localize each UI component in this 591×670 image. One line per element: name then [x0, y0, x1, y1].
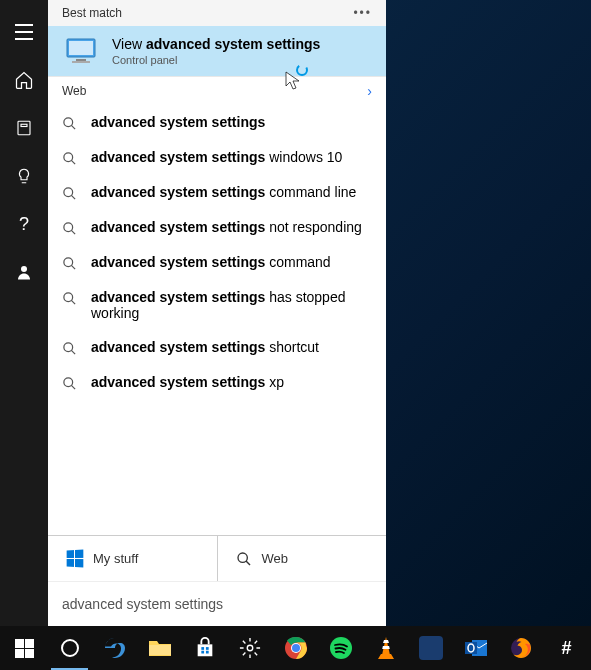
svg-point-12: [64, 188, 73, 197]
search-icon: [62, 376, 77, 391]
vlc-icon: [375, 636, 397, 660]
home-button[interactable]: [0, 56, 48, 104]
recent-icon: [15, 119, 33, 137]
svg-rect-26: [202, 647, 205, 650]
svg-rect-4: [69, 41, 93, 55]
question-icon: ?: [19, 214, 29, 235]
best-match-result[interactable]: View advanced system settings Control pa…: [48, 26, 386, 76]
search-icon: [62, 341, 77, 356]
web-result[interactable]: advanced system settings shortcut: [48, 330, 386, 365]
edge-icon: [103, 636, 127, 660]
cortana-button[interactable]: [47, 626, 92, 670]
svg-point-20: [64, 343, 73, 352]
account-button[interactable]: [0, 248, 48, 296]
svg-rect-28: [202, 651, 205, 654]
search-icon: [62, 256, 77, 271]
search-icon: [62, 221, 77, 236]
tips-button[interactable]: [0, 152, 48, 200]
outlook-button[interactable]: [454, 626, 499, 670]
web-header: Web ›: [48, 76, 386, 105]
recent-button[interactable]: [0, 104, 48, 152]
svg-point-24: [238, 553, 247, 562]
windows-icon: [15, 639, 34, 658]
gear-icon: [239, 637, 261, 659]
taskbar: #: [0, 626, 591, 670]
chrome-icon: [284, 636, 308, 660]
svg-line-19: [71, 300, 75, 304]
svg-line-9: [71, 125, 75, 129]
vlc-button[interactable]: [363, 626, 408, 670]
spotify-button[interactable]: [318, 626, 363, 670]
settings-button[interactable]: [228, 626, 273, 670]
scope-tabs: My stuff Web: [48, 535, 386, 581]
chrome-button[interactable]: [273, 626, 318, 670]
svg-point-16: [64, 258, 73, 267]
firefox-icon: [509, 636, 533, 660]
web-result[interactable]: advanced system settings xp: [48, 365, 386, 400]
best-match-header: Best match •••: [48, 0, 386, 26]
file-explorer-button[interactable]: [137, 626, 182, 670]
search-icon: [62, 291, 77, 306]
svg-line-23: [71, 385, 75, 389]
spotify-icon: [329, 636, 353, 660]
web-result[interactable]: advanced system settings has stopped wor…: [48, 280, 386, 330]
tab-my-stuff[interactable]: My stuff: [48, 536, 218, 581]
svg-rect-27: [206, 647, 209, 650]
svg-rect-29: [206, 651, 209, 654]
search-sidebar: ?: [0, 0, 48, 626]
svg-point-14: [64, 223, 73, 232]
web-result[interactable]: advanced system settings windows 10: [48, 140, 386, 175]
firefox-button[interactable]: [499, 626, 544, 670]
svg-point-2: [21, 266, 27, 272]
svg-point-22: [64, 378, 73, 387]
menu-button[interactable]: [0, 8, 48, 56]
store-button[interactable]: [183, 626, 228, 670]
monitor-icon: [62, 37, 100, 65]
help-button[interactable]: ?: [0, 200, 48, 248]
search-input[interactable]: advanced system settings: [48, 581, 386, 626]
best-match-text: View advanced system settings Control pa…: [112, 36, 372, 66]
svg-line-25: [246, 561, 250, 565]
web-label: Web: [62, 84, 86, 98]
hash-icon: #: [561, 638, 571, 659]
lightbulb-icon: [15, 166, 33, 186]
search-panel: Best match ••• View advanced system sett…: [48, 0, 386, 626]
person-icon: [15, 263, 33, 281]
app-button-1[interactable]: [408, 626, 453, 670]
svg-point-10: [64, 153, 73, 162]
svg-line-13: [71, 195, 75, 199]
svg-point-33: [292, 644, 300, 652]
best-match-label: Best match: [62, 6, 122, 20]
edge-button[interactable]: [92, 626, 137, 670]
cortana-icon: [61, 639, 79, 657]
search-icon: [236, 551, 252, 567]
hamburger-icon: [15, 24, 33, 40]
app-button-2[interactable]: #: [544, 626, 589, 670]
svg-rect-6: [72, 61, 90, 63]
app-icon: [419, 636, 443, 660]
svg-point-18: [64, 293, 73, 302]
more-button[interactable]: •••: [353, 6, 372, 20]
search-icon: [62, 151, 77, 166]
web-result[interactable]: advanced system settings: [48, 105, 386, 140]
outlook-icon: [464, 637, 488, 659]
tab-web[interactable]: Web: [218, 536, 387, 581]
web-result[interactable]: advanced system settings command line: [48, 175, 386, 210]
home-icon: [14, 70, 34, 90]
web-result[interactable]: advanced system settings not responding: [48, 210, 386, 245]
start-button[interactable]: [2, 626, 47, 670]
svg-line-11: [71, 160, 75, 164]
web-result[interactable]: advanced system settings command: [48, 245, 386, 280]
svg-line-21: [71, 350, 75, 354]
web-results: advanced system settingsadvanced system …: [48, 105, 386, 535]
svg-line-15: [71, 230, 75, 234]
chevron-right-icon[interactable]: ›: [367, 83, 372, 99]
store-icon: [194, 637, 216, 659]
folder-icon: [148, 638, 172, 658]
svg-point-7: [297, 65, 307, 75]
search-icon: [62, 186, 77, 201]
svg-point-30: [248, 645, 254, 651]
search-icon: [62, 116, 77, 131]
svg-rect-0: [18, 121, 30, 135]
windows-icon: [67, 549, 84, 567]
